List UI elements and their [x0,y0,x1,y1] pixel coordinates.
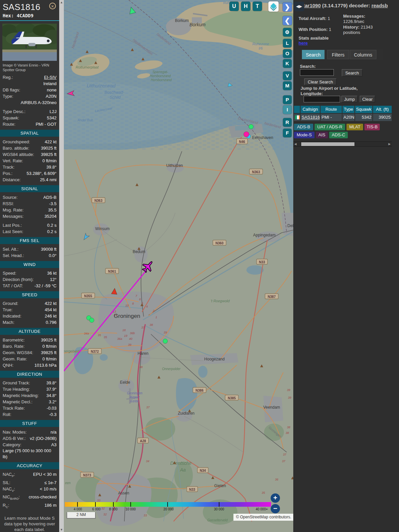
map-button-h[interactable]: H [241,2,250,11]
scroll-left-icon[interactable]: ◀ [294,142,297,146]
svg-text:N355: N355 [84,294,92,298]
data-row: Direction (from):12° [0,276,59,283]
map-label: Aa [180,467,186,472]
layers-icon[interactable] [268,1,279,12]
table-header[interactable]: Callsign [301,106,320,113]
tab-search[interactable]: Search [302,50,325,59]
map-button-m[interactable]: M [283,81,292,90]
road-badge: N361 [105,268,119,274]
settings-gear-icon[interactable]: ⚙ [283,28,292,37]
aircraft-position-dot[interactable] [249,124,253,129]
scroll-down-icon[interactable]: ▼ [59,528,64,531]
panel-width-toggle-icon[interactable]: ◀▶ [294,2,304,11]
legend-tick [130,502,131,507]
clear-search-button[interactable]: Clear Search [304,78,336,85]
data-row: Mach:0.796 [0,319,59,326]
source-badge-mlat: MLAT [346,124,363,130]
tab-columns[interactable]: Columns [350,50,376,59]
sidebar-collapse-icon[interactable]: ❮ [283,16,292,25]
map-label: Rottumerplaat [75,65,99,69]
junction-number: 19 [124,334,127,337]
data-row: Groundspeed:422 kt [0,139,59,145]
data-row: NACV:< 10 m/s [0,486,59,494]
aircraft-position-dot[interactable] [244,132,249,137]
map-label: Eemshaven [252,135,273,140]
scroll-up-icon[interactable]: ▲ [59,1,64,4]
map-label: Borkum [175,18,189,23]
table-header[interactable]: Type [342,106,354,113]
junction-number: 36 [275,478,278,481]
scrollbar-thumb[interactable] [301,142,354,146]
sidebar-scrollbar[interactable]: ▲ ▼ [59,0,64,532]
map-button-t[interactable]: T [253,2,262,11]
map-button-p[interactable]: P [283,95,292,104]
svg-text:N33: N33 [189,488,196,491]
junction-number: 35 [104,335,107,339]
svg-text:N385: N385 [228,396,236,400]
junction-number: 35 [98,333,101,337]
svg-text:N373: N373 [83,473,91,477]
aircraft-position-dot[interactable] [163,339,168,343]
legend-label: 30 000 [214,507,224,511]
map-button-o[interactable]: O [283,49,292,58]
readsb-link[interactable]: readsb [371,3,388,8]
jump-button[interactable]: Jump [341,96,357,102]
legend-tick [95,502,96,507]
data-row: Magnetic Decl.:3.2° [0,399,59,405]
clear-jump-button[interactable]: Clear [360,96,375,102]
search-input[interactable] [300,69,334,76]
table-row-cell[interactable]: SAS1816 [301,114,320,121]
svg-text:N360: N360 [215,241,223,245]
road-badge: N355 [81,293,95,298]
map-canvas[interactable]: 768510421131438371836b1936a4039353534a39… [64,0,293,532]
zoom-in-button[interactable]: + [271,493,280,503]
map-label: Airport [129,395,140,399]
data-row: Nav. Modes:n/a [0,429,59,435]
road-badge: N373 [80,472,94,477]
callsign-link[interactable]: SAS1816 [302,115,320,120]
map-button-k[interactable]: K [283,59,292,68]
table-header[interactable]: Squawk [355,106,372,113]
map-button-u[interactable]: U [229,2,239,11]
sidebar-expand-icon[interactable]: ❯ [283,2,292,12]
legend-label: 40 000+ [256,507,268,511]
tar1090-link[interactable]: tar1090 [303,3,321,8]
section-header: SPATIAL [0,130,59,137]
source-badge-uat-ads-r: UAT / ADS-R [315,124,345,130]
stats-here-link[interactable]: here [299,41,308,46]
map-label: Veendam [263,405,280,410]
map-button-r[interactable]: R [283,118,292,127]
table-row-cell[interactable] [294,114,300,121]
ireland-flag-icon [295,115,300,119]
table-header[interactable]: Alt. (ft) [373,106,392,113]
svg-text:N363: N363 [94,199,102,202]
search-button[interactable]: Search [342,69,362,76]
table-row-cell[interactable]: 5342 [355,114,372,121]
table-row-cell[interactable]: PMI - GOT [321,114,342,121]
data-row: TAT / OAT:-32 / -59 °C [0,283,59,289]
table-header[interactable] [294,106,300,113]
map-button-f[interactable]: F [283,129,292,137]
aircraft-data-sections: SPATIALGroundspeed:422 ktBaro. altitude:… [0,130,59,510]
osm-attribution[interactable]: © OpenStreetMap contributors. [233,514,293,521]
close-icon[interactable]: × [49,3,56,9]
map-button-i[interactable]: I [283,105,292,114]
map-button-l[interactable]: L [283,39,292,48]
map-button-v[interactable]: V [283,71,292,80]
scroll-right-icon[interactable]: ▶ [388,142,391,146]
table-header[interactable]: Route [321,106,342,113]
jump-input[interactable] [304,96,340,102]
panel-horizontal-scrollbar[interactable]: ◀ ▶ [293,141,392,147]
map-label: Groningen [114,313,140,319]
table-row-cell[interactable]: 39025 [373,114,392,121]
data-row: Speed:36 kt [0,270,59,276]
map-label: Uithuizen [166,163,183,168]
section-header: DIRECTION [0,371,59,378]
aircraft-position-dot[interactable] [89,318,94,323]
svg-text:A28: A28 [140,439,146,443]
junction-number: 37 [141,326,145,329]
zoom-out-button[interactable]: − [271,504,280,513]
table-row-cell[interactable]: A20N [342,114,354,121]
map-label: Zuidlaren [178,411,195,416]
tab-filters[interactable]: Filters [327,50,349,59]
